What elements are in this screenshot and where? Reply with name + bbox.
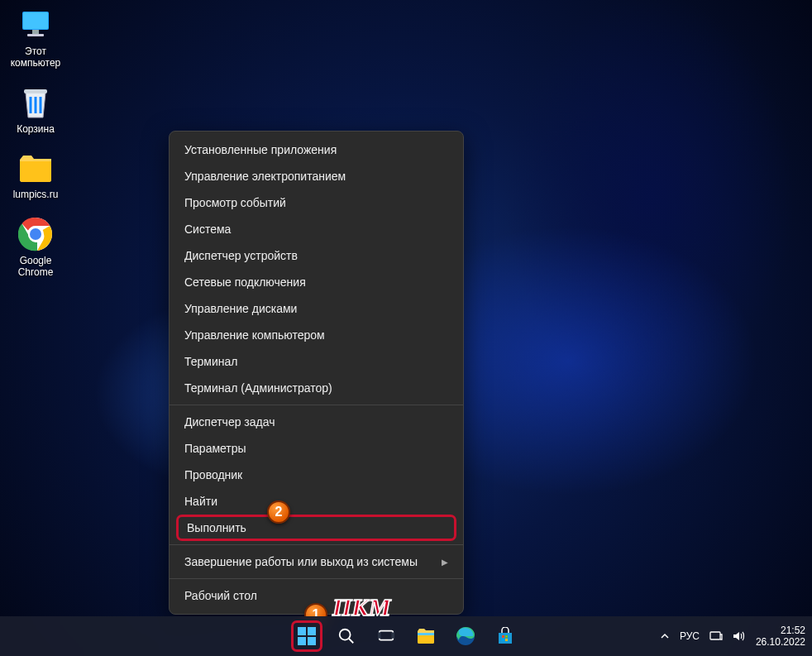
ctx-item-terminal-admin[interactable]: Терминал (Администратор) (170, 375, 463, 401)
tray-volume-button[interactable] (733, 630, 746, 642)
svg-rect-2 (32, 30, 39, 34)
ctx-item-run[interactable]: Выполнить (176, 515, 456, 541)
svg-rect-20 (505, 635, 508, 638)
svg-rect-21 (502, 639, 504, 641)
desktop-icons: Этоткомпьютер Корзина lumpics.ru GoogleC… (4, 4, 67, 280)
svg-point-12 (340, 630, 351, 640)
svg-rect-14 (380, 631, 394, 640)
tray-language[interactable]: РУС (680, 630, 700, 642)
search-icon (337, 627, 356, 645)
taskbar-edge-button[interactable] (450, 620, 481, 652)
svg-rect-3 (27, 34, 44, 36)
trash-icon (17, 84, 54, 121)
desktop: Этоткомпьютер Корзина lumpics.ru GoogleC… (0, 0, 812, 656)
desktop-icon-label: Корзина (17, 123, 55, 135)
ctx-item-disk-management[interactable]: Управление дисками (170, 295, 463, 322)
desktop-icon-chrome[interactable]: GoogleChrome (4, 213, 67, 281)
monitor-icon (17, 7, 54, 43)
svg-point-7 (30, 228, 41, 240)
svg-rect-9 (308, 627, 316, 635)
ctx-separator (170, 405, 463, 405)
svg-rect-19 (502, 635, 504, 638)
ctx-item-event-viewer[interactable]: Просмотр событий (170, 189, 463, 216)
ctx-item-shutdown-signout[interactable]: Завершение работы или выход из системы▶ (170, 548, 463, 575)
ctx-item-network-connections[interactable]: Сетевые подключения (170, 269, 463, 295)
ctx-item-task-manager[interactable]: Диспетчер задач (170, 409, 463, 435)
ctx-item-search[interactable]: Найти (170, 488, 463, 515)
start-button[interactable] (291, 620, 322, 652)
ctx-separator (170, 544, 463, 545)
svg-rect-10 (298, 637, 306, 645)
tray-clock[interactable]: 21:52 26.10.2022 (756, 625, 805, 649)
annotation-badge-2: 2 (267, 500, 290, 524)
taskbar-explorer-button[interactable] (410, 620, 442, 652)
svg-rect-8 (298, 627, 306, 635)
svg-rect-11 (308, 637, 316, 645)
chevron-up-icon (660, 631, 670, 641)
store-icon (496, 627, 514, 645)
desktop-icon-this-pc[interactable]: Этоткомпьютер (4, 4, 67, 72)
task-view-icon (377, 627, 395, 645)
tray-chevron-button[interactable] (660, 631, 670, 641)
svg-rect-23 (710, 632, 720, 639)
ctx-item-settings[interactable]: Параметры (170, 435, 463, 462)
chrome-icon (17, 216, 54, 252)
ctx-item-device-manager[interactable]: Диспетчер устройств (170, 242, 463, 269)
folder-icon (17, 150, 54, 186)
ctx-item-file-explorer[interactable]: Проводник (170, 462, 463, 488)
svg-rect-15 (378, 632, 381, 638)
svg-line-13 (349, 639, 354, 644)
edge-icon (456, 626, 475, 646)
taskbar-store-button[interactable] (490, 620, 521, 652)
ctx-item-computer-management[interactable]: Управление компьютером (170, 322, 463, 348)
desktop-icon-recycle-bin[interactable]: Корзина (4, 82, 67, 137)
taskbar-search-button[interactable] (331, 620, 362, 652)
taskbar-center (291, 620, 521, 652)
folder-icon (416, 627, 436, 645)
taskbar-taskview-button[interactable] (370, 620, 402, 652)
desktop-icon-label: lumpics.ru (13, 189, 59, 200)
taskbar: РУС 21:52 26.10.2022 (0, 616, 812, 656)
svg-rect-22 (505, 639, 508, 641)
tray-network-button[interactable] (709, 630, 723, 642)
windows-icon (298, 627, 316, 645)
winx-context-menu: Установленные приложения Управление элек… (169, 131, 464, 615)
system-tray: РУС 21:52 26.10.2022 (660, 625, 805, 649)
svg-rect-16 (391, 632, 394, 638)
desktop-icon-folder[interactable]: lumpics.ru (4, 147, 67, 203)
chevron-right-icon: ▶ (442, 558, 448, 567)
network-icon (709, 630, 723, 642)
ctx-item-system[interactable]: Система (170, 216, 463, 242)
volume-icon (733, 630, 746, 642)
tray-date: 26.10.2022 (756, 636, 805, 648)
ctx-item-terminal[interactable]: Терминал (170, 348, 463, 375)
ctx-item-installed-apps[interactable]: Установленные приложения (170, 136, 463, 163)
svg-rect-17 (418, 633, 434, 635)
ctx-item-power-options[interactable]: Управление электропитанием (170, 163, 463, 189)
ctx-separator (170, 578, 463, 579)
svg-rect-1 (23, 12, 48, 29)
tray-time: 21:52 (756, 625, 805, 636)
desktop-icon-label: GoogleChrome (18, 255, 54, 279)
svg-rect-4 (24, 89, 47, 93)
desktop-icon-label: Этоткомпьютер (11, 45, 61, 69)
